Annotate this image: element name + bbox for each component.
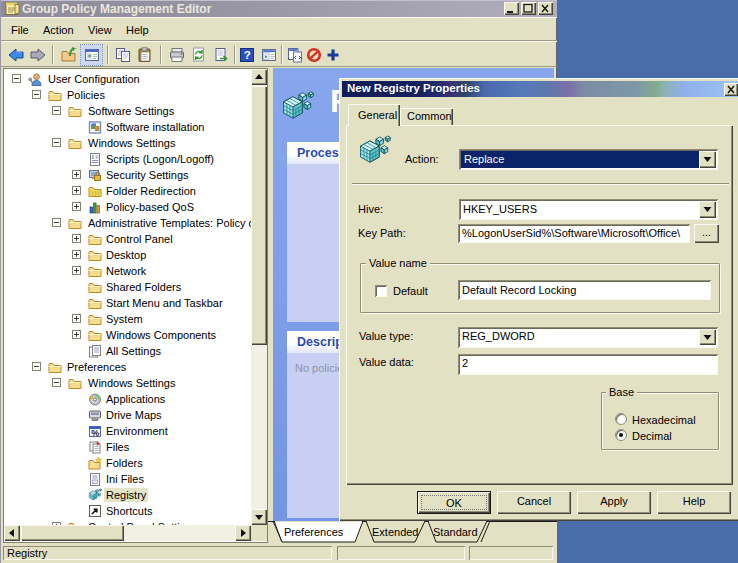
svg-text:Extended: Extended: [372, 526, 418, 538]
svg-text:Standard: Standard: [433, 526, 478, 538]
svg-text:Preferences: Preferences: [284, 526, 344, 538]
svg-text:%: %: [91, 428, 99, 438]
svg-text:?: ?: [244, 49, 251, 61]
